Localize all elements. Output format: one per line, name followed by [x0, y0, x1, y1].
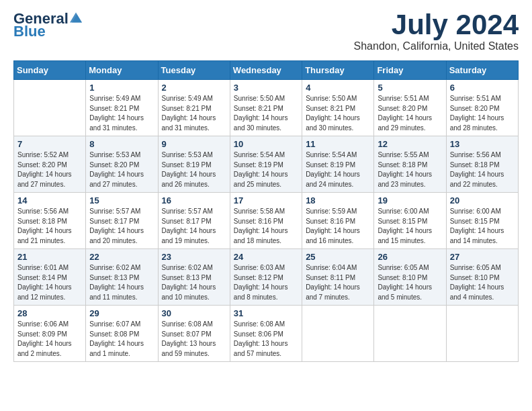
calendar-cell: [14, 80, 86, 136]
day-info: Sunrise: 5:58 AM Sunset: 8:16 PM Dayligh…: [234, 207, 298, 246]
weekday-header-monday: Monday: [86, 61, 158, 80]
calendar-cell: 4Sunrise: 5:50 AM Sunset: 8:21 PM Daylig…: [302, 80, 374, 136]
day-info: Sunrise: 6:07 AM Sunset: 8:08 PM Dayligh…: [89, 320, 154, 359]
day-number: 4: [306, 83, 370, 93]
weekday-header-thursday: Thursday: [302, 61, 374, 80]
day-info: Sunrise: 5:54 AM Sunset: 8:19 PM Dayligh…: [306, 150, 370, 189]
day-number: 20: [450, 195, 515, 205]
calendar-cell: 29Sunrise: 6:07 AM Sunset: 8:08 PM Dayli…: [86, 306, 158, 362]
calendar-week-row: 28Sunrise: 6:06 AM Sunset: 8:09 PM Dayli…: [14, 306, 519, 362]
day-info: Sunrise: 5:54 AM Sunset: 8:19 PM Dayligh…: [234, 150, 298, 189]
logo-icon: [70, 11, 82, 24]
page-header: General Blue July 2024 Shandon, Californ…: [13, 11, 519, 52]
calendar-cell: 6Sunrise: 5:51 AM Sunset: 8:20 PM Daylig…: [446, 80, 518, 136]
day-info: Sunrise: 6:00 AM Sunset: 8:15 PM Dayligh…: [450, 207, 515, 246]
calendar-week-row: 14Sunrise: 5:56 AM Sunset: 8:18 PM Dayli…: [14, 193, 519, 249]
day-info: Sunrise: 5:52 AM Sunset: 8:20 PM Dayligh…: [17, 150, 82, 189]
day-number: 8: [89, 139, 154, 149]
calendar-cell: 7Sunrise: 5:52 AM Sunset: 8:20 PM Daylig…: [14, 136, 86, 193]
day-info: Sunrise: 5:56 AM Sunset: 8:18 PM Dayligh…: [450, 150, 515, 189]
day-info: Sunrise: 5:49 AM Sunset: 8:21 PM Dayligh…: [162, 94, 226, 133]
day-number: 10: [234, 139, 298, 149]
calendar-cell: 21Sunrise: 6:01 AM Sunset: 8:14 PM Dayli…: [14, 249, 86, 306]
day-number: 15: [89, 195, 154, 205]
calendar-cell: 14Sunrise: 5:56 AM Sunset: 8:18 PM Dayli…: [14, 193, 86, 249]
day-number: 26: [378, 252, 442, 262]
day-info: Sunrise: 5:57 AM Sunset: 8:17 PM Dayligh…: [162, 207, 226, 246]
calendar-cell: 18Sunrise: 5:59 AM Sunset: 8:16 PM Dayli…: [302, 193, 374, 249]
calendar-cell: 30Sunrise: 6:08 AM Sunset: 8:07 PM Dayli…: [158, 306, 230, 362]
calendar-cell: 5Sunrise: 5:51 AM Sunset: 8:20 PM Daylig…: [374, 80, 446, 136]
calendar-cell: 16Sunrise: 5:57 AM Sunset: 8:17 PM Dayli…: [158, 193, 230, 249]
day-number: 24: [234, 252, 298, 262]
day-number: 21: [17, 252, 82, 262]
calendar-cell: 28Sunrise: 6:06 AM Sunset: 8:09 PM Dayli…: [14, 306, 86, 362]
weekday-header-saturday: Saturday: [446, 61, 518, 80]
month-title: July 2024: [354, 11, 519, 39]
calendar-cell: [374, 306, 446, 362]
day-number: 11: [306, 139, 370, 149]
day-info: Sunrise: 6:02 AM Sunset: 8:13 PM Dayligh…: [89, 263, 154, 302]
calendar-cell: 3Sunrise: 5:50 AM Sunset: 8:21 PM Daylig…: [230, 80, 302, 136]
day-number: 25: [306, 252, 370, 262]
day-info: Sunrise: 6:05 AM Sunset: 8:10 PM Dayligh…: [450, 263, 515, 302]
day-info: Sunrise: 6:08 AM Sunset: 8:06 PM Dayligh…: [234, 320, 298, 359]
day-info: Sunrise: 6:05 AM Sunset: 8:10 PM Dayligh…: [378, 263, 442, 302]
day-number: 7: [17, 139, 82, 149]
day-info: Sunrise: 6:03 AM Sunset: 8:12 PM Dayligh…: [234, 263, 298, 302]
calendar-table: SundayMondayTuesdayWednesdayThursdayFrid…: [13, 60, 519, 362]
day-number: 9: [162, 139, 226, 149]
calendar-cell: 19Sunrise: 6:00 AM Sunset: 8:15 PM Dayli…: [374, 193, 446, 249]
calendar-week-row: 21Sunrise: 6:01 AM Sunset: 8:14 PM Dayli…: [14, 249, 519, 306]
calendar-cell: 23Sunrise: 6:02 AM Sunset: 8:13 PM Dayli…: [158, 249, 230, 306]
weekday-header-sunday: Sunday: [14, 61, 86, 80]
day-number: 5: [378, 83, 442, 93]
day-info: Sunrise: 6:00 AM Sunset: 8:15 PM Dayligh…: [378, 207, 442, 246]
day-info: Sunrise: 5:55 AM Sunset: 8:18 PM Dayligh…: [378, 150, 442, 189]
calendar-cell: 17Sunrise: 5:58 AM Sunset: 8:16 PM Dayli…: [230, 193, 302, 249]
day-number: 28: [17, 308, 82, 318]
weekday-header-friday: Friday: [374, 61, 446, 80]
day-info: Sunrise: 6:02 AM Sunset: 8:13 PM Dayligh…: [162, 263, 226, 302]
day-info: Sunrise: 6:04 AM Sunset: 8:11 PM Dayligh…: [306, 263, 370, 302]
day-info: Sunrise: 6:01 AM Sunset: 8:14 PM Dayligh…: [17, 263, 82, 302]
day-number: 30: [162, 308, 226, 318]
logo-blue-text: Blue: [13, 24, 46, 39]
day-number: 13: [450, 139, 515, 149]
day-info: Sunrise: 5:50 AM Sunset: 8:21 PM Dayligh…: [306, 94, 370, 133]
day-info: Sunrise: 5:56 AM Sunset: 8:18 PM Dayligh…: [17, 207, 82, 246]
weekday-header-row: SundayMondayTuesdayWednesdayThursdayFrid…: [14, 61, 519, 80]
calendar-cell: 13Sunrise: 5:56 AM Sunset: 8:18 PM Dayli…: [446, 136, 518, 193]
calendar-cell: 22Sunrise: 6:02 AM Sunset: 8:13 PM Dayli…: [86, 249, 158, 306]
calendar-cell: [302, 306, 374, 362]
day-number: 1: [89, 83, 154, 93]
day-number: 17: [234, 195, 298, 205]
calendar-cell: 11Sunrise: 5:54 AM Sunset: 8:19 PM Dayli…: [302, 136, 374, 193]
day-number: 2: [162, 83, 226, 93]
calendar-cell: 1Sunrise: 5:49 AM Sunset: 8:21 PM Daylig…: [86, 80, 158, 136]
calendar-cell: [446, 306, 518, 362]
calendar-cell: 24Sunrise: 6:03 AM Sunset: 8:12 PM Dayli…: [230, 249, 302, 306]
weekday-header-wednesday: Wednesday: [230, 61, 302, 80]
title-block: July 2024 Shandon, California, United St…: [354, 11, 519, 52]
day-info: Sunrise: 5:51 AM Sunset: 8:20 PM Dayligh…: [378, 94, 442, 133]
day-number: 12: [378, 139, 442, 149]
day-number: 23: [162, 252, 226, 262]
calendar-cell: 8Sunrise: 5:53 AM Sunset: 8:20 PM Daylig…: [86, 136, 158, 193]
day-info: Sunrise: 5:57 AM Sunset: 8:17 PM Dayligh…: [89, 207, 154, 246]
location-title: Shandon, California, United States: [354, 40, 519, 52]
calendar-cell: 26Sunrise: 6:05 AM Sunset: 8:10 PM Dayli…: [374, 249, 446, 306]
day-number: 27: [450, 252, 515, 262]
day-info: Sunrise: 5:53 AM Sunset: 8:20 PM Dayligh…: [89, 150, 154, 189]
calendar-cell: 2Sunrise: 5:49 AM Sunset: 8:21 PM Daylig…: [158, 80, 230, 136]
calendar-cell: 12Sunrise: 5:55 AM Sunset: 8:18 PM Dayli…: [374, 136, 446, 193]
day-number: 3: [234, 83, 298, 93]
day-number: 18: [306, 195, 370, 205]
logo: General Blue: [13, 11, 82, 39]
day-info: Sunrise: 5:49 AM Sunset: 8:21 PM Dayligh…: [89, 94, 154, 133]
calendar-cell: 27Sunrise: 6:05 AM Sunset: 8:10 PM Dayli…: [446, 249, 518, 306]
calendar-cell: 9Sunrise: 5:53 AM Sunset: 8:19 PM Daylig…: [158, 136, 230, 193]
weekday-header-tuesday: Tuesday: [158, 61, 230, 80]
day-info: Sunrise: 5:59 AM Sunset: 8:16 PM Dayligh…: [306, 207, 370, 246]
day-number: 6: [450, 83, 515, 93]
